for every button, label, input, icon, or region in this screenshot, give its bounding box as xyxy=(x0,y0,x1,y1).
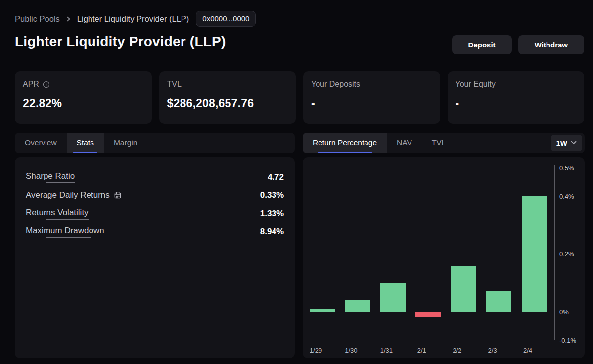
apr-card: APR 22.82% xyxy=(15,71,152,124)
stat-row-returns-volatility: Returns Volatility 1.33% xyxy=(26,204,284,223)
chart-bar[interactable] xyxy=(486,291,511,312)
apr-value: 22.82% xyxy=(23,97,144,110)
sharpe-ratio-value: 4.72 xyxy=(268,172,284,182)
apr-card-label: APR xyxy=(23,80,39,89)
chart-x-tick-label: 2/4 xyxy=(523,347,532,354)
stat-row-maximum-drawdown: Maximum Drawdown 8.94% xyxy=(26,223,284,241)
time-range-selector[interactable]: 1W xyxy=(551,135,583,151)
your-deposits-value: - xyxy=(311,97,432,110)
chart-bar[interactable] xyxy=(380,283,406,312)
tab-stats[interactable]: Stats xyxy=(67,133,104,153)
chart-x-tick-label: 1/29 xyxy=(310,347,322,354)
tab-return-percentage[interactable]: Return Percentage xyxy=(303,133,387,153)
tvl-card: TVL $286,208,657.76 xyxy=(159,71,296,124)
breadcrumb-current: Lighter Liquidity Provider (LLP) xyxy=(77,14,189,24)
maximum-drawdown-label[interactable]: Maximum Drawdown xyxy=(26,226,104,238)
info-icon[interactable] xyxy=(43,81,50,88)
average-daily-returns-value: 0.33% xyxy=(260,190,284,200)
your-equity-value: - xyxy=(456,97,577,110)
tvl-card-label: TVL xyxy=(167,80,182,89)
chart-y-tick-label: 0% xyxy=(559,308,569,315)
stat-row-average-daily-returns: Average Daily Returns 0.33% xyxy=(26,186,284,204)
chart-bar[interactable] xyxy=(415,312,441,318)
chart-x-tick-label: 1/30 xyxy=(345,347,357,354)
calendar-icon[interactable] xyxy=(114,191,122,199)
left-tabbar: Overview Stats Margin xyxy=(15,133,295,153)
breadcrumb-chevron-icon xyxy=(66,16,71,22)
chart-bar[interactable] xyxy=(522,196,547,312)
chart-y-tick-label: -0.1% xyxy=(559,337,576,344)
returns-volatility-label[interactable]: Returns Volatility xyxy=(26,208,89,220)
your-equity-card: Your Equity - xyxy=(448,71,585,124)
tab-tvl[interactable]: TVL xyxy=(422,133,456,153)
chevron-down-icon xyxy=(571,141,577,145)
breadcrumb: Public Pools Lighter Liquidity Provider … xyxy=(15,10,256,28)
sharpe-ratio-label[interactable]: Sharpe Ratio xyxy=(26,171,75,183)
chart-bar[interactable] xyxy=(345,300,370,312)
chart-bar[interactable] xyxy=(310,309,335,312)
tab-nav[interactable]: NAV xyxy=(387,133,422,153)
chart-bar[interactable] xyxy=(451,266,476,312)
tab-margin[interactable]: Margin xyxy=(104,133,147,153)
chart-panel: 0.5%0.4%0.2%0%-0.1% 1/291/301/312/12/22/… xyxy=(303,157,585,358)
chart-x-tick-label: 2/1 xyxy=(417,347,426,354)
returns-volatility-value: 1.33% xyxy=(260,209,284,219)
your-deposits-label: Your Deposits xyxy=(311,80,360,89)
your-equity-label: Your Equity xyxy=(456,80,496,89)
stat-row-sharpe-ratio: Sharpe Ratio 4.72 xyxy=(26,168,284,186)
your-deposits-card: Your Deposits - xyxy=(303,71,440,124)
withdraw-button[interactable]: Withdraw xyxy=(518,35,584,54)
tab-overview[interactable]: Overview xyxy=(15,133,67,153)
average-daily-returns-label: Average Daily Returns xyxy=(26,190,110,200)
header-actions: Deposit Withdraw xyxy=(452,35,584,54)
chart-y-tick-label: 0.5% xyxy=(559,164,574,171)
deposit-button[interactable]: Deposit xyxy=(452,35,512,54)
tvl-value: $286,208,657.76 xyxy=(167,97,288,110)
chart-y-tick-label: 0.4% xyxy=(559,193,574,200)
active-tab-indicator xyxy=(318,152,372,153)
pool-address-badge[interactable]: 0x0000...0000 xyxy=(196,11,256,27)
maximum-drawdown-value: 8.94% xyxy=(260,227,284,237)
page-title: Lighter Liquidity Provider (LLP) xyxy=(15,34,226,49)
time-range-value: 1W xyxy=(556,139,568,147)
chart-y-tick-label: 0.2% xyxy=(559,250,574,258)
chart-x-tick-label: 2/3 xyxy=(488,347,497,354)
chart-x-tick-label: 2/2 xyxy=(453,347,461,354)
breadcrumb-public-pools-link[interactable]: Public Pools xyxy=(15,14,60,24)
chart-plot xyxy=(308,165,555,340)
stats-panel: Sharpe Ratio 4.72 Average Daily Returns … xyxy=(15,157,295,358)
stat-cards-row: APR 22.82% TVL $286,208,657.76 Your Depo… xyxy=(15,71,584,124)
active-tab-indicator xyxy=(73,152,97,153)
chart-tabbar: Return Percentage NAV TVL 1W xyxy=(303,133,585,153)
chart-x-tick-label: 1/31 xyxy=(380,347,393,354)
